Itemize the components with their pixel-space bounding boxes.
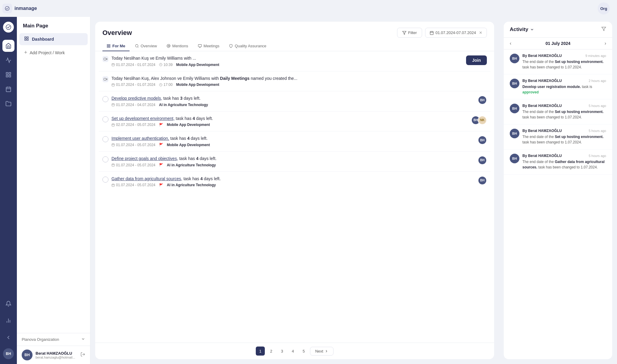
org-label: Planova Organization	[22, 337, 59, 342]
add-project-work-button[interactable]: + Add Project / Work	[19, 46, 88, 59]
clear-date-icon[interactable]: ✕	[479, 30, 482, 35]
app-logo[interactable]	[3, 22, 14, 33]
task-checkbox[interactable]	[102, 116, 108, 122]
date-text: 01.07.2024 - 01.07.2024	[116, 63, 155, 67]
avatar: BH	[478, 96, 487, 105]
join-button[interactable]: Join	[466, 55, 487, 65]
date-text: 02.07.2024 - 05.07.2024	[116, 123, 155, 127]
svg-marker-32	[106, 58, 107, 60]
tab-overview[interactable]: Overview	[131, 41, 161, 51]
svg-rect-15	[27, 39, 28, 40]
org-section[interactable]: Planova Organization	[17, 333, 90, 346]
task-checkbox[interactable]	[102, 156, 108, 162]
task-link[interactable]: Define project goals and objectives,	[111, 156, 178, 161]
activity-time: 5 hours ago	[589, 154, 606, 158]
sidebar-item-dashboard[interactable]: Dashboard	[19, 33, 88, 45]
page-4-button[interactable]: 4	[288, 347, 297, 356]
activity-filter-icon[interactable]	[601, 27, 606, 33]
task-time: 10:39	[159, 63, 173, 67]
folder-icon[interactable]	[2, 98, 14, 110]
task-link[interactable]: Gather data from agricultural sources,	[111, 176, 182, 181]
avatar: BH	[478, 176, 487, 185]
svg-rect-2	[9, 73, 11, 74]
calendar-icon[interactable]	[2, 83, 14, 95]
activity-time: 2 hours ago	[589, 79, 606, 83]
overview-header: Overview Filter 01.07.2024-07.07.2024 ✕	[95, 22, 494, 38]
task-item: Set up development environment, task has…	[99, 111, 490, 132]
prev-date-button[interactable]: ‹	[510, 41, 511, 46]
activity-body: By Berat HAMZAOĞLU 5 hours ago The end d…	[522, 154, 606, 170]
grid-icon[interactable]	[2, 69, 14, 81]
tab-for-me-label: For Me	[112, 44, 125, 48]
activity-date-nav: ‹ 01 July 2024 ›	[504, 38, 612, 49]
logout-icon[interactable]	[80, 352, 85, 358]
overview-panel: Overview Filter 01.07.2024-07.07.2024 ✕	[95, 22, 494, 359]
project-name: AI in Agriculture Technology	[167, 163, 216, 167]
org-button[interactable]: Org	[598, 2, 610, 14]
svg-marker-39	[106, 78, 107, 80]
activity-item: BH By Berat HAMZAOĞLU 9 minutes ago The …	[504, 49, 612, 74]
activity-item: BH By Berat HAMZAOĞLU 5 hours ago The en…	[504, 124, 612, 149]
svg-point-26	[135, 45, 138, 47]
chart-bar-icon[interactable]	[2, 54, 14, 66]
task-link[interactable]: Develop predictive models,	[111, 96, 162, 101]
tab-for-me[interactable]: For Me	[102, 41, 130, 51]
task-content: Implement user authentication, task has …	[111, 136, 475, 147]
header-actions: Filter 01.07.2024-07.07.2024 ✕	[397, 28, 487, 38]
project-name: Mobile App Development	[176, 83, 219, 87]
tab-mentions[interactable]: Mentions	[162, 41, 193, 51]
user-avatar-sidebar[interactable]: BH	[3, 348, 14, 359]
task-link[interactable]: Implement user authentication,	[111, 136, 169, 141]
task-title: Set up development environment, task has…	[111, 116, 468, 122]
task-checkbox[interactable]	[102, 177, 108, 183]
pagination: 1 2 3 4 5 Next	[95, 343, 494, 359]
task-text: task has 3 days left.	[162, 96, 201, 101]
activity-avatar: BH	[510, 129, 519, 138]
app-name: inmanage	[14, 6, 37, 11]
project-name: AI in Agriculture Technology	[159, 103, 208, 107]
task-avatars: BH NK	[471, 116, 487, 125]
activity-time: 9 minutes ago	[585, 54, 606, 58]
activity-text: The end date of the Set up hosting envir…	[522, 59, 606, 70]
collapse-sidebar-icon[interactable]	[2, 331, 14, 344]
status-approved: approved	[522, 90, 539, 94]
user-avatar[interactable]: BH	[22, 350, 33, 360]
svg-rect-18	[430, 31, 433, 35]
next-page-button[interactable]: Next	[310, 347, 334, 356]
svg-rect-23	[109, 45, 110, 46]
page-5-button[interactable]: 5	[299, 347, 308, 356]
activity-author: By Berat HAMZAOĞLU	[522, 129, 562, 133]
home-icon[interactable]	[2, 40, 14, 52]
tab-meetings[interactable]: Meetings	[194, 41, 224, 51]
bell-icon[interactable]	[2, 298, 14, 310]
page-2-button[interactable]: 2	[267, 347, 276, 356]
task-item: Develop predictive models, task has 3 da…	[99, 91, 490, 111]
sidebar: BH	[0, 17, 17, 364]
activity-item: BH By Berat HAMZAOĞLU 5 hours ago The en…	[504, 99, 612, 124]
date-range-button[interactable]: 01.07.2024-07.07.2024 ✕	[425, 28, 487, 38]
tab-quality-assurance[interactable]: Quality Assurance	[225, 41, 271, 51]
page-3-button[interactable]: 3	[277, 347, 287, 356]
date-text: 01.07.2024 - 04.07.2024	[116, 103, 155, 107]
task-avatars: BH	[478, 136, 487, 145]
svg-point-0	[6, 25, 11, 30]
task-link[interactable]: Set up development environment,	[111, 116, 174, 121]
svg-rect-50	[112, 124, 114, 126]
activity-body: By Berat HAMZAOĞLU 2 hours ago Develop u…	[522, 79, 606, 95]
task-meta: 01.07.2024 - 01.07.2024 10:39 Mobile App…	[111, 63, 463, 67]
task-checkbox[interactable]	[102, 96, 108, 102]
analytics-icon[interactable]	[2, 315, 14, 327]
svg-rect-13	[27, 37, 28, 38]
user-profile-section: BH Berat HAMZAOĞLU berat.hamzaglu@hotmai…	[17, 346, 90, 364]
task-checkbox[interactable]	[102, 136, 108, 142]
date-text: 01.07.2024 - 05.07.2024	[116, 163, 155, 167]
activity-text: Develop user registration module. task i…	[522, 84, 606, 95]
task-list: Today Neslihan Kuş ve Emily Williams wit…	[95, 51, 494, 343]
svg-rect-34	[112, 64, 114, 66]
task-title: Implement user authentication, task has …	[111, 136, 475, 142]
svg-rect-24	[107, 46, 108, 48]
video-meeting-icon	[102, 76, 108, 82]
filter-button[interactable]: Filter	[397, 28, 422, 38]
page-1-button[interactable]: 1	[256, 347, 265, 356]
next-date-button[interactable]: ›	[605, 41, 606, 46]
